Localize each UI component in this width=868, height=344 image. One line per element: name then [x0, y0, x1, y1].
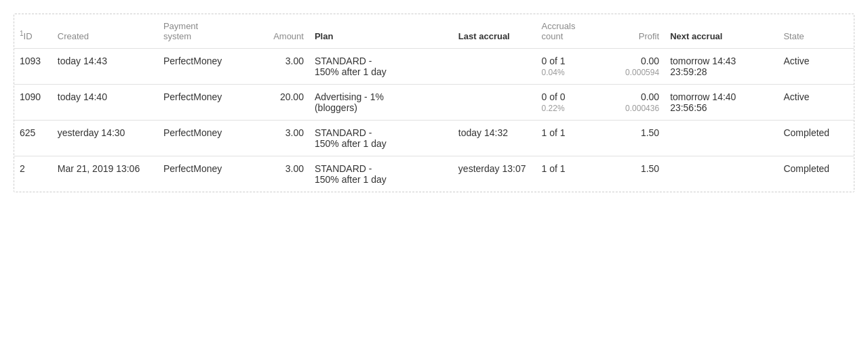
cell-created: today 14:43: [52, 49, 158, 85]
col-header-created: Created: [52, 14, 158, 49]
cell-profit: 0.00 0.000436: [604, 85, 665, 121]
cell-id: 1093: [14, 49, 52, 85]
cell-next-accrual: [665, 121, 778, 156]
cell-amount: 3.00: [256, 121, 309, 156]
col-header-profit: Profit: [604, 14, 665, 49]
cell-last-accrual: yesterday 13:07: [453, 156, 536, 192]
col-header-payment: Paymentsystem: [158, 14, 256, 49]
cell-created: Mar 21, 2019 13:06: [52, 156, 158, 192]
cell-payment-system: PerfectMoney: [158, 85, 256, 121]
col-header-last-accrual: Last accrual: [453, 14, 536, 49]
col-header-state: State: [778, 14, 854, 49]
cell-id: 1090: [14, 85, 52, 121]
cell-amount: 20.00: [256, 85, 309, 121]
table-row: 1093 today 14:43 PerfectMoney 3.00 STAND…: [14, 49, 854, 85]
col-header-next-accrual: Next accrual: [665, 14, 778, 49]
cell-profit: 1.50: [604, 121, 665, 156]
cell-state: Active: [778, 49, 854, 85]
cell-plan: STANDARD -150% after 1 day: [309, 156, 453, 192]
cell-created: yesterday 14:30: [52, 121, 158, 156]
cell-plan: STANDARD -150% after 1 day: [309, 49, 453, 85]
id-superscript: 1: [20, 30, 24, 37]
cell-next-accrual: tomorrow 14:43 23:59:28: [665, 49, 778, 85]
cell-accruals-count: 0 of 0 0.22%: [536, 85, 604, 121]
cell-accruals-count: 1 of 1: [536, 156, 604, 192]
cell-profit: 0.00 0.000594: [604, 49, 665, 85]
table-header-row: 1ID Created Paymentsystem Amount Plan La…: [14, 14, 854, 49]
cell-last-accrual: [453, 85, 536, 121]
cell-plan: Advertising - 1%(bloggers): [309, 85, 453, 121]
cell-payment-system: PerfectMoney: [158, 121, 256, 156]
cell-state: Completed: [778, 156, 854, 192]
table-row: 1090 today 14:40 PerfectMoney 20.00 Adve…: [14, 85, 854, 121]
investments-table: 1ID Created Paymentsystem Amount Plan La…: [14, 14, 854, 192]
cell-state: Completed: [778, 121, 854, 156]
cell-last-accrual: today 14:32: [453, 121, 536, 156]
cell-profit: 1.50: [604, 156, 665, 192]
cell-next-accrual: [665, 156, 778, 192]
cell-accruals-count: 0 of 1 0.04%: [536, 49, 604, 85]
col-header-amount: Amount: [256, 14, 309, 49]
cell-last-accrual: [453, 49, 536, 85]
cell-payment-system: PerfectMoney: [158, 156, 256, 192]
cell-state: Active: [778, 85, 854, 121]
cell-id: 625: [14, 121, 52, 156]
cell-amount: 3.00: [256, 49, 309, 85]
col-header-accruals: Accrualscount: [536, 14, 604, 49]
table-row: 625 yesterday 14:30 PerfectMoney 3.00 ST…: [14, 121, 854, 156]
cell-id: 2: [14, 156, 52, 192]
cell-next-accrual: tomorrow 14:40 23:56:56: [665, 85, 778, 121]
cell-accruals-count: 1 of 1: [536, 121, 604, 156]
cell-created: today 14:40: [52, 85, 158, 121]
cell-plan: STANDARD -150% after 1 day: [309, 121, 453, 156]
cell-payment-system: PerfectMoney: [158, 49, 256, 85]
table-row: 2 Mar 21, 2019 13:06 PerfectMoney 3.00 S…: [14, 156, 854, 192]
col-header-id: 1ID: [14, 14, 52, 49]
cell-amount: 3.00: [256, 156, 309, 192]
col-header-plan: Plan: [309, 14, 453, 49]
